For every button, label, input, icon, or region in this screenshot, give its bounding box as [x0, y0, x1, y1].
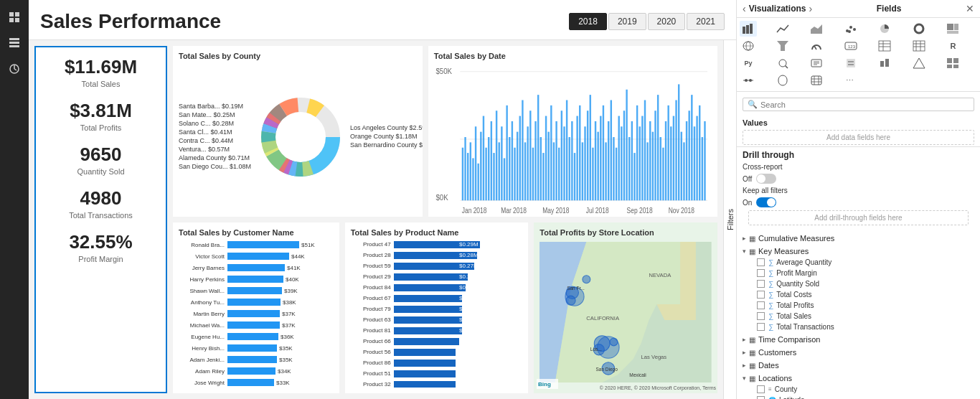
kpi-total-profits-value: $3.81M	[44, 100, 157, 122]
year-btn-2018[interactable]: 2018	[569, 13, 607, 30]
viz-icon-card[interactable]: 123	[842, 38, 859, 54]
svg-rect-119	[699, 105, 700, 200]
group-label: Customers	[758, 348, 796, 357]
svg-rect-93	[631, 121, 632, 200]
nav-icon-3[interactable]	[3, 57, 26, 80]
panel-chevron-left[interactable]: ‹	[743, 3, 746, 14]
keep-filters-toggle[interactable]	[756, 197, 776, 207]
svg-text:Mar 2018: Mar 2018	[501, 206, 527, 215]
fields-group-header[interactable]: ▸ ▦ Customers	[737, 347, 980, 358]
nav-icon-1[interactable]	[3, 6, 26, 29]
svg-rect-43	[501, 126, 502, 200]
field-item[interactable]: ∑Quantity Sold	[737, 278, 980, 289]
viz-icon-bar[interactable]	[740, 21, 757, 37]
panel-close-icon[interactable]: ✕	[966, 3, 974, 14]
viz-icon-row3-1[interactable]	[740, 72, 757, 88]
field-checkbox[interactable]	[757, 396, 765, 399]
field-label: County	[775, 385, 798, 393]
viz-icon-donut[interactable]	[910, 21, 928, 37]
viz-icon-treemap[interactable]	[944, 21, 961, 37]
nav-icon-2[interactable]	[3, 32, 26, 55]
viz-icon-extra6[interactable]	[944, 55, 961, 71]
panel-chevron-right[interactable]: ›	[809, 3, 812, 14]
field-label: Total Sales	[776, 312, 811, 320]
county-donut-chart: Total Sales by County Santa Barba... $0.…	[173, 46, 423, 217]
svg-text:May 2018: May 2018	[542, 206, 569, 215]
viz-icon-py[interactable]: Py	[740, 55, 757, 71]
cross-report-knob	[757, 174, 765, 183]
viz-icon-row3-2[interactable]	[774, 72, 791, 88]
viz-icon-table[interactable]	[876, 38, 893, 54]
fields-group-header[interactable]: ▸ ▦ Cumulative Measures	[737, 233, 980, 244]
field-checkbox[interactable]	[757, 291, 765, 299]
field-item[interactable]: ≡County	[737, 384, 980, 395]
viz-icon-extra4[interactable]	[876, 55, 893, 71]
svg-rect-151	[746, 25, 749, 34]
list-item: Product 51 $0.21M	[351, 369, 523, 378]
field-checkbox[interactable]	[757, 385, 765, 393]
table-icon: ▦	[749, 336, 755, 344]
table-icon: ▦	[749, 362, 755, 370]
field-item[interactable]: ∑Total Costs	[737, 289, 980, 300]
viz-icon-scatter[interactable]	[842, 21, 859, 37]
field-item[interactable]: 🌐Latitude	[737, 395, 980, 399]
group-label: Cumulative Measures	[758, 234, 834, 243]
legend-santaclara: Santa Cl... $0.41M	[179, 128, 251, 136]
svg-rect-62	[550, 105, 552, 200]
field-checkbox[interactable]	[757, 280, 765, 288]
field-checkbox[interactable]	[757, 312, 765, 320]
viz-icon-extra5[interactable]	[910, 55, 928, 71]
svg-rect-198	[778, 75, 787, 85]
kpi-total-profits: $3.81M Total Profits	[44, 100, 157, 132]
fields-group-header[interactable]: ▾ ▦ Locations	[737, 372, 980, 384]
viz-icon-row3-4[interactable]: ⋯	[842, 72, 859, 88]
viz-icon-row3-3[interactable]	[808, 72, 825, 88]
svg-rect-70	[571, 121, 573, 200]
svg-rect-69	[568, 137, 570, 200]
field-item[interactable]: ∑Average Quantity	[737, 257, 980, 268]
field-item[interactable]: ∑Total Transactions	[737, 321, 980, 332]
filters-panel[interactable]: Filters	[723, 40, 736, 399]
viz-icon-matrix[interactable]	[910, 38, 928, 54]
field-item[interactable]: ∑Total Profits	[737, 300, 980, 311]
list-item: Ronald Bra... $51K	[179, 240, 334, 250]
viz-icon-area[interactable]	[808, 21, 825, 37]
list-item: Jerry Barnes $41K	[179, 263, 334, 273]
svg-point-197	[749, 79, 752, 82]
search-input[interactable]	[760, 100, 969, 109]
field-checkbox[interactable]	[757, 269, 765, 277]
fields-group-header[interactable]: ▸ ▦ Time Comparison	[737, 334, 980, 345]
viz-icon-r[interactable]: R	[944, 38, 961, 54]
legend-sandiego: San Diego Cou... $1.08M	[179, 163, 251, 170]
viz-icon-extra1[interactable]	[774, 55, 791, 71]
svg-text:Sep 2018: Sep 2018	[626, 206, 652, 215]
viz-icon-extra3[interactable]	[842, 55, 859, 71]
field-item[interactable]: ∑Total Sales	[737, 311, 980, 321]
year-btn-2021[interactable]: 2021	[687, 13, 725, 30]
year-btn-2020[interactable]: 2020	[648, 13, 686, 30]
cross-report-label: Cross-report	[743, 163, 783, 171]
viz-icon-extra2[interactable]	[808, 55, 825, 71]
viz-icon-map[interactable]	[740, 38, 757, 54]
legend-ventura: Ventura... $0.57M	[179, 146, 251, 153]
viz-icon-pie[interactable]	[876, 21, 893, 37]
year-btn-2019[interactable]: 2019	[608, 13, 646, 30]
svg-rect-102	[654, 111, 656, 200]
svg-rect-79	[595, 121, 596, 200]
svg-rect-59	[542, 153, 544, 200]
cross-report-toggle[interactable]	[756, 174, 776, 184]
svg-rect-120	[701, 137, 702, 200]
field-item[interactable]: ∑Profit Margin	[737, 268, 980, 278]
viz-icon-funnel[interactable]	[774, 38, 791, 54]
table-icon: ▦	[749, 248, 755, 255]
viz-icon-line[interactable]	[774, 21, 791, 37]
kpi-quantity-sold: 9650 Quantity Sold	[44, 144, 157, 176]
fields-group-header[interactable]: ▾ ▦ Key Measures	[737, 245, 980, 257]
field-checkbox[interactable]	[757, 258, 765, 266]
fields-group-header[interactable]: ▸ ▦ Dates	[737, 360, 980, 371]
sigma-icon: ∑	[768, 301, 773, 309]
field-checkbox[interactable]	[757, 323, 765, 331]
viz-icon-gauge[interactable]	[808, 38, 825, 54]
field-checkbox[interactable]	[757, 301, 765, 309]
svg-rect-162	[947, 31, 958, 34]
